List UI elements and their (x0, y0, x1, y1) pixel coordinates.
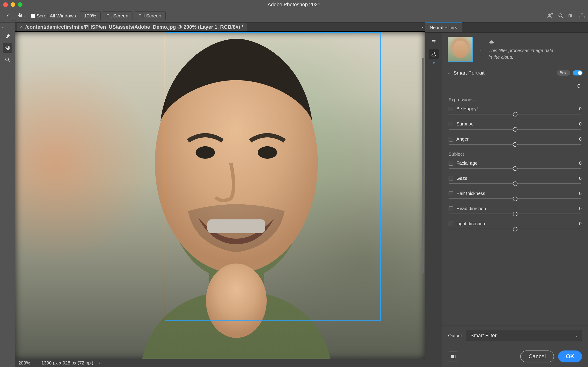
tabbar-expand-icon[interactable]: ›› (422, 25, 423, 29)
checkbox-gaze[interactable] (449, 176, 453, 181)
svg-point-12 (432, 41, 433, 42)
slider-anger: Anger 0 (449, 136, 582, 145)
status-zoom[interactable]: 200% (18, 360, 30, 366)
canvas-area[interactable] (15, 32, 425, 359)
canvas-scrollbar[interactable] (422, 58, 424, 274)
output-chevron-icon: ⌄ (575, 334, 578, 337)
cloud-processing-note: This filter processes image data in the … (489, 39, 553, 60)
svg-point-10 (206, 264, 267, 338)
value-surprise: 0 (579, 121, 582, 127)
output-select[interactable]: Smart Filter ⌄ (466, 330, 582, 341)
before-after-toggle[interactable] (448, 351, 458, 361)
category-beta-icon[interactable] (429, 49, 439, 59)
output-label: Output (448, 333, 462, 338)
face-dropdown-chevron-icon[interactable]: ⌄ (477, 46, 484, 52)
checkbox-surprise[interactable] (449, 122, 453, 126)
checkbox-anger[interactable] (449, 137, 453, 142)
category-adjustments-icon[interactable] (429, 37, 439, 47)
svg-rect-15 (453, 355, 455, 358)
track-head-direction[interactable] (449, 214, 581, 214)
document-tabbar: × /content/dam/ccfirstmile/PHSP/en_US/as… (15, 23, 425, 32)
track-hair-thickness[interactable] (449, 198, 581, 199)
knob-facial-age[interactable] (513, 166, 518, 171)
knob-head-direction[interactable] (513, 212, 518, 216)
document-tab[interactable]: × /content/dam/ccfirstmile/PHSP/en_US/as… (17, 23, 247, 31)
track-light-direction[interactable] (449, 229, 581, 229)
track-surprise[interactable] (449, 129, 581, 130)
knob-light-direction[interactable] (513, 227, 518, 232)
scroll-all-windows-input[interactable] (31, 14, 35, 18)
close-tab-icon[interactable]: × (20, 25, 23, 29)
cloud-profile-icon[interactable] (547, 13, 553, 19)
track-be-happy[interactable] (449, 114, 581, 115)
value-hair-thickness: 0 (579, 191, 582, 196)
face-thumbnail[interactable] (448, 37, 473, 62)
hand-tool[interactable] (3, 43, 12, 53)
knob-anger[interactable] (513, 142, 518, 147)
knob-surprise[interactable] (513, 127, 518, 132)
search-icon[interactable] (558, 13, 564, 19)
slider-head-direction: Head direction 0 (449, 206, 582, 214)
scroll-all-windows-checkbox[interactable]: Scroll All Windows (30, 13, 78, 19)
neural-filters-panel: Neural Filters ⌄ (425, 23, 588, 367)
category-active-indicator (429, 61, 439, 64)
zoom-value-button[interactable]: 100% (80, 11, 101, 20)
zoom-tool[interactable] (3, 55, 12, 65)
hand-tool-icon (17, 13, 23, 19)
slider-list[interactable]: Expressions Be Happy! 0 Surprise (442, 92, 588, 325)
workspace-switcher-icon[interactable]: ▾ (568, 13, 575, 19)
reset-icon[interactable] (576, 83, 582, 90)
filter-category-tabs (425, 33, 442, 367)
checkbox-light-direction[interactable] (449, 222, 453, 226)
slider-hair-thickness: Hair thickness 0 (449, 191, 582, 199)
track-facial-age[interactable] (449, 168, 581, 169)
label-head-direction: Head direction (456, 206, 576, 211)
knob-gaze[interactable] (513, 181, 518, 186)
track-anger[interactable] (449, 144, 581, 145)
svg-point-2 (559, 14, 562, 17)
document-column: × /content/dam/ccfirstmile/PHSP/en_US/as… (15, 23, 425, 367)
scroll-all-windows-label: Scroll All Windows (36, 13, 76, 19)
share-icon[interactable] (579, 13, 585, 19)
label-gaze: Gaze (456, 176, 576, 181)
cloud-note-line2: in the cloud. (489, 55, 553, 60)
value-light-direction: 0 (579, 221, 582, 226)
status-menu-chevron-icon[interactable]: › (99, 360, 100, 366)
brush-tool[interactable] (3, 31, 12, 41)
back-button[interactable] (3, 11, 13, 21)
fill-screen-button[interactable]: Fill Screen (134, 11, 166, 20)
track-gaze[interactable] (449, 183, 581, 184)
ok-button[interactable]: OK (558, 350, 582, 362)
minimize-window-button[interactable] (10, 2, 15, 7)
cloud-note-line1: This filter processes image data (489, 48, 553, 53)
label-facial-age: Facial age (456, 161, 576, 166)
collapse-filter-chevron-icon[interactable]: ⌄ (448, 71, 451, 75)
status-dimensions: 1390 px x 928 px (72 ppi) (41, 360, 93, 366)
filter-enable-toggle[interactable] (573, 70, 582, 75)
maximize-window-button[interactable] (18, 2, 23, 7)
filter-name: Smart Portrait (453, 70, 554, 76)
label-anger: Anger (456, 136, 576, 142)
fit-screen-button[interactable]: Fit Screen (102, 11, 133, 20)
document-tab-title: /content/dam/ccfirstmile/PHSP/en_US/asse… (26, 24, 243, 30)
checkbox-head-direction[interactable] (449, 206, 453, 211)
knob-hair-thickness[interactable] (513, 197, 518, 201)
panel-tab-neural-filters[interactable]: Neural Filters (425, 23, 462, 32)
toolbar-expand-icon[interactable]: ›› (0, 25, 3, 29)
label-hair-thickness: Hair thickness (456, 191, 576, 196)
close-window-button[interactable] (3, 2, 8, 7)
face-selector-row: ⌄ This filter processes image data in th… (442, 33, 588, 66)
checkbox-hair-thickness[interactable] (449, 191, 453, 196)
svg-rect-14 (451, 355, 453, 358)
knob-be-happy[interactable] (513, 112, 518, 117)
checkbox-be-happy[interactable] (449, 107, 453, 111)
document-image (15, 32, 425, 359)
filter-header: ⌄ Smart Portrait Beta (442, 66, 588, 80)
chevron-down-icon[interactable]: ▾ (24, 15, 25, 17)
svg-point-0 (548, 14, 551, 16)
tool-display[interactable]: ▾ (15, 11, 27, 21)
optionsbar-right-icons: ▾ (547, 13, 585, 19)
cancel-button[interactable]: Cancel (520, 350, 554, 362)
slider-facial-age: Facial age 0 (449, 161, 582, 169)
checkbox-facial-age[interactable] (449, 161, 453, 166)
